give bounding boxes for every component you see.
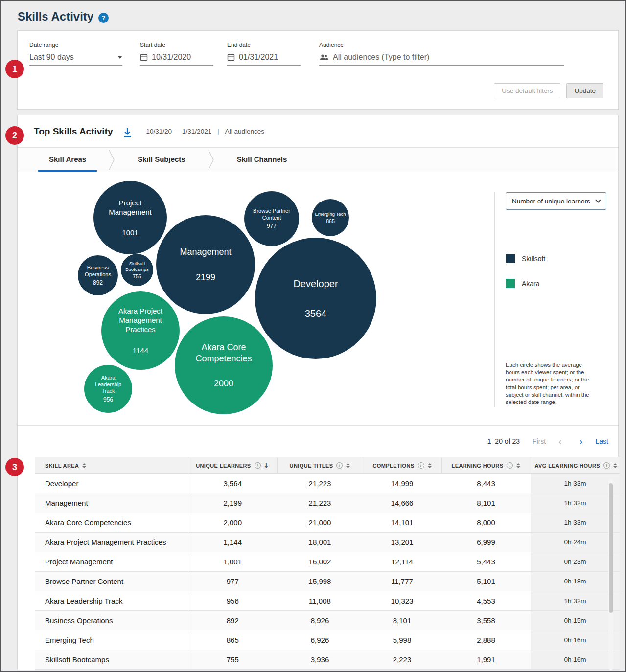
start-date-field[interactable]: Start date 10/31/2020 bbox=[140, 42, 213, 66]
sort-icon[interactable] bbox=[346, 463, 350, 468]
table-scrollbar-track[interactable] bbox=[608, 478, 613, 670]
audience-input[interactable] bbox=[333, 53, 564, 62]
column-label: UNIQUE LEARNERS bbox=[196, 463, 251, 469]
filter-panel: Date range Last 90 days Start date 10/31… bbox=[17, 30, 619, 110]
cell-avg-learning-hours: 1h 33m bbox=[531, 513, 620, 533]
sort-icon[interactable] bbox=[613, 463, 617, 468]
pagination-last[interactable]: Last bbox=[596, 437, 608, 445]
bubble-management[interactable]: Management2199 bbox=[156, 215, 255, 314]
table-row-akara-leadership-track[interactable]: Akara Leadership Track95611,00810,3234,5… bbox=[35, 591, 620, 611]
cell-unique-titles: 11,008 bbox=[277, 591, 363, 611]
column-header-unique-learners[interactable]: UNIQUE LEARNERSi↓ bbox=[188, 457, 277, 474]
sort-icon[interactable] bbox=[428, 463, 432, 468]
bubble-emerging-tech[interactable]: Emerging Tech865 bbox=[312, 199, 349, 236]
sort-icon[interactable] bbox=[516, 463, 520, 468]
bubble-label: Management bbox=[180, 246, 231, 258]
table-row-business-operations[interactable]: Business Operations8928,9268,1013,5580h … bbox=[35, 611, 620, 630]
bubble-skillsoft-bootcamps[interactable]: Skillsoft Bootcamps755 bbox=[121, 254, 153, 286]
section-date-range: 10/31/20 — 1/31/2021 bbox=[146, 128, 212, 135]
column-header-unique-titles[interactable]: UNIQUE TITLESi bbox=[277, 457, 363, 474]
bubble-akara-core-competencies[interactable]: Akara Core Competencies2000 bbox=[175, 316, 273, 414]
help-icon[interactable]: ? bbox=[98, 13, 109, 23]
update-button[interactable]: Update bbox=[566, 83, 603, 98]
cell-avg-learning-hours: 0h 16m bbox=[531, 650, 620, 670]
calendar-icon bbox=[227, 53, 235, 61]
info-icon[interactable]: i bbox=[336, 462, 343, 469]
cell-unique-learners: 755 bbox=[188, 650, 277, 670]
pagination-first[interactable]: First bbox=[533, 437, 546, 445]
table-scrollbar-thumb[interactable] bbox=[609, 483, 613, 613]
cell-avg-learning-hours: 0h 23m bbox=[531, 552, 620, 572]
info-icon[interactable]: i bbox=[507, 462, 513, 469]
cell-unique-titles: 3,936 bbox=[277, 650, 363, 670]
cell-completions: 8,101 bbox=[363, 611, 441, 630]
filter-fields: Date range Last 90 days Start date 10/31… bbox=[29, 42, 606, 66]
sort-descending-icon[interactable]: ↓ bbox=[264, 462, 269, 469]
calendar-icon bbox=[140, 53, 148, 61]
bubble-label: Developer bbox=[293, 278, 338, 290]
tab-skill-areas[interactable]: Skill Areas bbox=[38, 148, 97, 172]
cell-unique-titles: 21,000 bbox=[277, 513, 363, 533]
download-icon[interactable] bbox=[123, 128, 132, 137]
table-row-management[interactable]: Management2,19921,22314,6668,1011h 32m bbox=[35, 493, 620, 513]
cell-skill-area: Akara Project Management Practices bbox=[35, 533, 188, 552]
table-row-akara-core-competencies[interactable]: Akara Core Competencies2,00021,00014,101… bbox=[35, 513, 620, 533]
cell-learning-hours: 1,991 bbox=[441, 650, 531, 670]
bubble-browse-partner-content[interactable]: Browse Partner Content977 bbox=[244, 191, 299, 246]
column-label: SKILL AREA bbox=[45, 463, 79, 469]
cell-unique-learners: 1,001 bbox=[188, 552, 277, 572]
table-row-developer[interactable]: Developer3,56421,22314,9998,4431h 33m bbox=[35, 474, 620, 493]
bubble-label: Akara Core Competencies bbox=[183, 342, 265, 364]
cell-skill-area: Management bbox=[35, 493, 188, 513]
table-row-emerging-tech[interactable]: Emerging Tech8656,9265,9982,8880h 16m bbox=[35, 630, 620, 650]
cell-skill-area: Browse Partner Content bbox=[35, 572, 188, 591]
cell-completions: 14,666 bbox=[363, 493, 441, 513]
audience-field: Audience bbox=[319, 42, 564, 66]
cell-completions: 12,114 bbox=[363, 552, 441, 572]
tab-skill-channels[interactable]: Skill Channels bbox=[226, 148, 298, 172]
end-date-field[interactable]: End date 01/31/2021 bbox=[227, 42, 301, 66]
cell-learning-hours: 8,443 bbox=[441, 474, 531, 493]
section-meta: 10/31/20 — 1/31/2021 | All audiences bbox=[146, 128, 264, 135]
bubble-project-management[interactable]: Project Management1001 bbox=[93, 181, 167, 254]
column-header-skill-area[interactable]: SKILL AREA bbox=[35, 457, 188, 474]
column-label: UNIQUE TITLES bbox=[290, 463, 333, 469]
legend-label: Skillsoft bbox=[522, 255, 545, 263]
date-range-select[interactable]: Date range Last 90 days bbox=[29, 42, 122, 66]
bubble-developer[interactable]: Developer3564 bbox=[255, 238, 376, 359]
info-icon[interactable]: i bbox=[603, 462, 610, 469]
cell-unique-learners: 865 bbox=[188, 630, 277, 650]
tab-skill-subjects[interactable]: Skill Subjects bbox=[127, 148, 196, 172]
metric-dropdown[interactable]: Number of unique learners bbox=[506, 192, 606, 210]
column-label: LEARNING HOURS bbox=[452, 463, 504, 469]
cell-unique-titles: 18,001 bbox=[277, 533, 363, 552]
bubble-akara-leadership-track[interactable]: Akara Leadership Track956 bbox=[84, 365, 132, 413]
column-header-learning-hours[interactable]: LEARNING HOURSi bbox=[441, 457, 531, 474]
bubble-business-operations[interactable]: Business Operations892 bbox=[78, 255, 118, 295]
bubble-label: Skillsoft Bootcamps bbox=[123, 261, 150, 272]
bubble-value: 755 bbox=[133, 273, 141, 279]
pagination-prev-icon[interactable]: ‹ bbox=[558, 436, 562, 446]
cell-learning-hours: 4,553 bbox=[441, 591, 531, 611]
start-date-label: Start date bbox=[140, 42, 213, 48]
end-date-value: 01/31/2021 bbox=[239, 53, 278, 62]
bubble-value: 892 bbox=[93, 279, 103, 286]
legend-item-akara: Akara bbox=[506, 279, 606, 288]
pagination-next-icon[interactable]: › bbox=[580, 436, 583, 446]
info-icon[interactable]: i bbox=[255, 462, 261, 469]
sort-icon[interactable] bbox=[82, 463, 86, 468]
bubble-akara-project-management-practices[interactable]: Akara Project Management Practices1144 bbox=[101, 291, 180, 370]
table-row-akara-project-management-practices[interactable]: Akara Project Management Practices1,1441… bbox=[35, 533, 620, 552]
legend-label: Akara bbox=[522, 280, 540, 288]
annotation-marker-2: 2 bbox=[5, 126, 24, 145]
table-row-project-management[interactable]: Project Management1,00116,00212,1145,443… bbox=[35, 552, 620, 572]
column-header-completions[interactable]: COMPLETIONSi bbox=[363, 457, 441, 474]
skills-activity-page: Skills Activity ? Date range Last 90 day… bbox=[0, 0, 626, 672]
table-row-skillsoft-bootcamps[interactable]: Skillsoft Bootcamps7553,9362,2231,9910h … bbox=[35, 650, 620, 670]
column-header-avg-learning-hours[interactable]: AVG LEARNING HOURSi bbox=[531, 457, 620, 474]
cell-learning-hours: 8,101 bbox=[441, 493, 531, 513]
use-default-filters-button[interactable]: Use default filters bbox=[494, 83, 560, 98]
info-icon[interactable]: i bbox=[418, 462, 424, 469]
table-row-browse-partner-content[interactable]: Browse Partner Content97715,99811,7775,1… bbox=[35, 572, 620, 591]
annotation-marker-3: 3 bbox=[5, 458, 24, 476]
